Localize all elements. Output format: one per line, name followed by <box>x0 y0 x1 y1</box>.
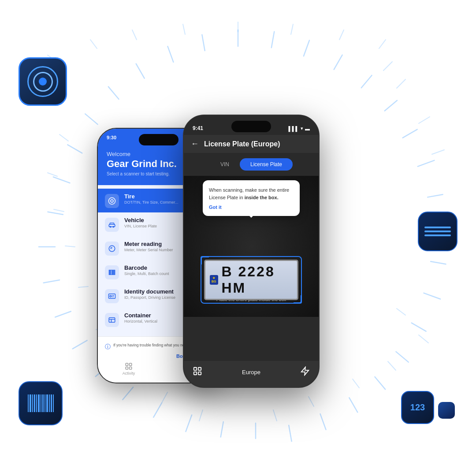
scan-tooltip: When scanning, make sure the entire Lice… <box>203 180 300 216</box>
svg-rect-83 <box>194 368 197 370</box>
svg-line-3 <box>85 114 97 124</box>
tab-activity[interactable]: Activity <box>123 362 135 376</box>
plate-number: B 2228 HM <box>222 264 293 296</box>
svg-line-10 <box>304 41 309 56</box>
svg-line-36 <box>397 79 405 88</box>
svg-marker-87 <box>301 367 309 375</box>
dynamic-island-front <box>231 121 271 132</box>
svg-line-27 <box>44 280 60 283</box>
svg-line-54 <box>353 379 359 388</box>
small-blue-app-icon <box>438 402 455 419</box>
svg-point-63 <box>109 198 115 205</box>
svg-line-38 <box>419 117 430 123</box>
container-123-app-icon: 123 <box>401 391 434 424</box>
svg-rect-74 <box>114 270 115 275</box>
camera-viewfinder: When scanning, make sure the entire Lice… <box>184 176 319 317</box>
meter-title: Meter reading <box>124 241 173 247</box>
svg-line-52 <box>273 410 277 421</box>
svg-line-21 <box>396 352 408 362</box>
svg-rect-84 <box>198 368 201 370</box>
vehicle-desc: VIN, License Plate <box>124 224 157 228</box>
phone-front: 9:41 ▌▌▌ ▾ ▬ ← License Plate (Europe) VI… <box>183 115 320 388</box>
barcode-title: Barcode <box>124 264 169 271</box>
tire-desc: DOT/TIN, Tire Size, Commer... <box>124 200 178 205</box>
scanner-app-icon <box>19 57 67 106</box>
meter-desc: Meter, Meter Serial Number <box>124 248 173 252</box>
page-title: License Plate (Europe) <box>204 140 280 148</box>
vin-plate-tabs: VIN License Plate <box>184 153 319 176</box>
svg-line-40 <box>60 134 68 141</box>
tab-vin[interactable]: VIN <box>210 158 240 171</box>
svg-line-12 <box>361 75 372 88</box>
svg-rect-72 <box>112 270 113 275</box>
svg-line-1 <box>53 177 70 183</box>
vehicle-title: Vehicle <box>124 217 157 223</box>
123-label: 123 <box>410 402 425 413</box>
front-bottom-bar: Europe <box>184 361 319 387</box>
svg-line-32 <box>153 403 162 417</box>
back-button[interactable]: ← <box>191 139 199 149</box>
svg-point-77 <box>110 295 112 297</box>
svg-line-31 <box>123 387 133 399</box>
svg-line-57 <box>132 30 137 40</box>
svg-rect-81 <box>126 367 128 369</box>
vehicle-icon <box>105 218 119 232</box>
svg-line-25 <box>289 425 291 441</box>
svg-line-34 <box>221 422 223 437</box>
barcode-desc: Single, Multi, Batch count <box>124 271 169 276</box>
svg-line-50 <box>162 392 167 402</box>
svg-line-9 <box>271 32 274 48</box>
svg-line-16 <box>428 194 443 197</box>
svg-rect-69 <box>109 270 110 275</box>
svg-line-41 <box>48 173 57 176</box>
svg-line-13 <box>385 100 397 111</box>
meter-icon <box>105 242 119 256</box>
svg-rect-82 <box>130 367 132 369</box>
svg-rect-70 <box>110 270 111 275</box>
identity-title: Identity document <box>124 288 175 295</box>
eu-country-code: ★ BG <box>210 275 218 285</box>
svg-line-39 <box>432 150 444 154</box>
svg-line-53 <box>309 397 314 406</box>
svg-rect-86 <box>198 372 201 375</box>
svg-line-28 <box>55 312 71 317</box>
tooltip-text: When scanning, make sure the entire Lice… <box>209 186 294 201</box>
svg-line-42 <box>54 209 64 212</box>
time-back: 9:30 <box>107 135 116 140</box>
svg-line-48 <box>388 361 396 370</box>
barcode-menu-icon <box>105 265 119 279</box>
identity-icon <box>105 289 119 303</box>
battery-icon: ▬ <box>305 126 310 131</box>
flash-icon[interactable] <box>300 366 310 378</box>
tab-license-plate[interactable]: License Plate <box>240 158 293 171</box>
scan-lines-app-icon <box>418 212 457 251</box>
svg-line-56 <box>90 40 97 48</box>
scan-mode-icon[interactable] <box>193 366 202 378</box>
tire-title: Tire <box>124 193 178 200</box>
svg-line-18 <box>431 261 446 264</box>
svg-line-0 <box>48 212 63 215</box>
svg-point-64 <box>111 200 113 202</box>
activity-label: Activity <box>123 371 135 376</box>
svg-rect-71 <box>111 270 112 275</box>
svg-rect-85 <box>194 372 197 375</box>
got-it-button[interactable]: Got it <box>209 205 294 210</box>
svg-rect-79 <box>126 363 128 365</box>
wifi-icon: ▾ <box>301 126 303 131</box>
tire-icon <box>105 194 119 208</box>
identity-desc: ID, Passport, Driving License <box>124 295 175 300</box>
svg-line-43 <box>65 246 75 247</box>
svg-line-33 <box>186 415 192 432</box>
svg-line-4 <box>108 87 119 99</box>
svg-line-29 <box>73 340 87 349</box>
container-icon <box>105 313 119 327</box>
svg-line-6 <box>167 46 173 62</box>
svg-line-5 <box>136 64 145 78</box>
svg-line-61 <box>339 30 344 40</box>
barcode-app-icon <box>19 381 63 425</box>
svg-rect-80 <box>130 363 132 365</box>
license-plate: ★ BG B 2228 HM <box>204 260 298 300</box>
svg-line-22 <box>375 377 385 389</box>
svg-line-19 <box>424 293 441 299</box>
region-text: Europe <box>242 369 260 376</box>
